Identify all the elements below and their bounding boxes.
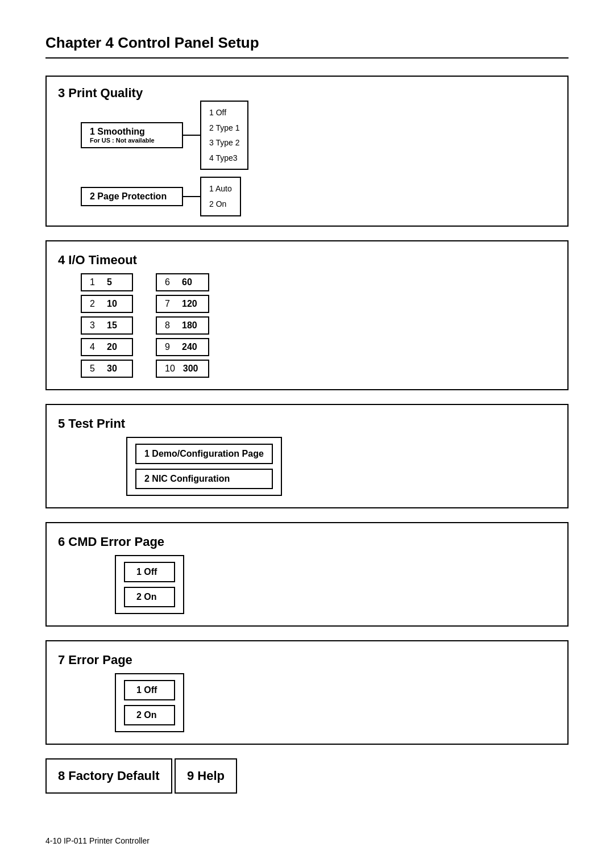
io-item-4: 4 20 xyxy=(81,338,133,356)
test-print-options: 1 Demo/Configuration Page 2 NIC Configur… xyxy=(126,437,282,496)
io-val-6: 60 xyxy=(182,277,199,287)
smoothing-row: 1 Smoothing For US : Not available 1 Off… xyxy=(81,101,556,170)
io-val-4: 20 xyxy=(107,342,124,352)
cmd-error-title: 6 CMD Error Page xyxy=(58,535,164,549)
pp-opt-2: 2 On xyxy=(209,197,232,212)
smoothing-connector xyxy=(183,135,200,136)
print-quality-items: 1 Smoothing For US : Not available 1 Off… xyxy=(81,101,556,216)
smoothing-opt-3: 3 Type 2 xyxy=(209,135,239,151)
io-timeout-section: 4 I/O Timeout 1 5 2 10 3 15 xyxy=(45,240,569,390)
io-timeout-title: 4 I/O Timeout xyxy=(58,253,137,268)
smoothing-options: 1 Off 2 Type 1 3 Type 2 4 Type3 xyxy=(200,101,248,170)
io-num-4: 4 xyxy=(90,342,99,352)
io-item-10: 10 300 xyxy=(156,360,209,378)
error-page-options: 1 Off 2 On xyxy=(115,673,184,732)
cmd-error-on: 2 On xyxy=(124,587,175,607)
page-protection-label: 2 Page Protection xyxy=(90,191,167,201)
io-val-9: 240 xyxy=(182,342,199,352)
smoothing-opt-1: 1 Off xyxy=(209,105,239,120)
test-print-inner: 1 Demo/Configuration Page 2 NIC Configur… xyxy=(81,437,556,496)
error-page-inner: 1 Off 2 On xyxy=(81,673,556,732)
smoothing-note: For US : Not available xyxy=(90,137,174,144)
io-item-9: 9 240 xyxy=(156,338,209,356)
error-page-title: 7 Error Page xyxy=(58,653,132,667)
pp-opt-1: 1 Auto xyxy=(209,181,232,197)
test-opt-2: 2 NIC Configuration xyxy=(135,469,273,489)
help-title: 9 Help xyxy=(187,769,225,783)
error-page-section: 7 Error Page 1 Off 2 On xyxy=(45,640,569,745)
page-footer: 4-10 IP-011 Printer Controller xyxy=(45,836,150,845)
io-val-10: 300 xyxy=(183,364,200,374)
io-num-8: 8 xyxy=(165,320,174,331)
print-quality-title: 3 Print Quality xyxy=(58,86,143,101)
io-item-5: 5 30 xyxy=(81,360,133,378)
io-item-3: 3 15 xyxy=(81,316,133,335)
io-num-5: 5 xyxy=(90,364,99,374)
cmd-error-section: 6 CMD Error Page 1 Off 2 On xyxy=(45,522,569,627)
io-val-5: 30 xyxy=(107,364,124,374)
help-section: 9 Help xyxy=(175,758,237,794)
io-num-6: 6 xyxy=(165,277,174,287)
print-quality-section: 3 Print Quality 1 Smoothing For US : Not… xyxy=(45,76,569,227)
io-item-2: 2 10 xyxy=(81,295,133,313)
io-val-8: 180 xyxy=(182,320,199,331)
io-item-1: 1 5 xyxy=(81,273,133,291)
page-protection-row: 2 Page Protection 1 Auto 2 On xyxy=(81,177,556,216)
io-val-2: 10 xyxy=(107,299,124,309)
smoothing-opt-2: 2 Type 1 xyxy=(209,120,239,136)
test-print-title: 5 Test Print xyxy=(58,416,125,431)
error-page-off: 1 Off xyxy=(124,680,175,700)
io-item-8: 8 180 xyxy=(156,316,209,335)
cmd-error-off: 1 Off xyxy=(124,562,175,582)
smoothing-opt-4: 4 Type3 xyxy=(209,151,239,166)
page-protection-box: 2 Page Protection xyxy=(81,187,183,206)
io-timeout-table: 1 5 2 10 3 15 4 20 xyxy=(81,273,556,378)
io-col-1: 1 5 2 10 3 15 4 20 xyxy=(81,273,133,378)
test-opt-1: 1 Demo/Configuration Page xyxy=(135,444,273,464)
io-num-1: 1 xyxy=(90,277,99,287)
smoothing-label: 1 Smoothing xyxy=(90,127,145,136)
factory-default-title: 8 Factory Default xyxy=(58,769,160,783)
io-item-6: 6 60 xyxy=(156,273,209,291)
page-protection-connector xyxy=(183,196,200,197)
io-val-1: 5 xyxy=(107,277,124,287)
io-col-2: 6 60 7 120 8 180 9 240 xyxy=(156,273,209,378)
page-protection-options: 1 Auto 2 On xyxy=(200,177,241,216)
error-page-on: 2 On xyxy=(124,705,175,725)
chapter-title: Chapter 4 Control Panel Setup xyxy=(45,34,569,59)
io-val-7: 120 xyxy=(182,299,199,309)
factory-default-section: 8 Factory Default xyxy=(45,758,172,794)
smoothing-box: 1 Smoothing For US : Not available xyxy=(81,122,183,148)
io-num-10: 10 xyxy=(165,364,175,374)
io-num-9: 9 xyxy=(165,342,174,352)
io-timeout-inner: 1 5 2 10 3 15 4 20 xyxy=(81,273,556,378)
io-num-3: 3 xyxy=(90,320,99,331)
io-num-7: 7 xyxy=(165,299,174,309)
cmd-error-inner: 1 Off 2 On xyxy=(81,555,556,614)
io-num-2: 2 xyxy=(90,299,99,309)
io-item-7: 7 120 xyxy=(156,295,209,313)
test-print-section: 5 Test Print 1 Demo/Configuration Page 2… xyxy=(45,404,569,508)
io-val-3: 15 xyxy=(107,320,124,331)
cmd-error-options: 1 Off 2 On xyxy=(115,555,184,614)
